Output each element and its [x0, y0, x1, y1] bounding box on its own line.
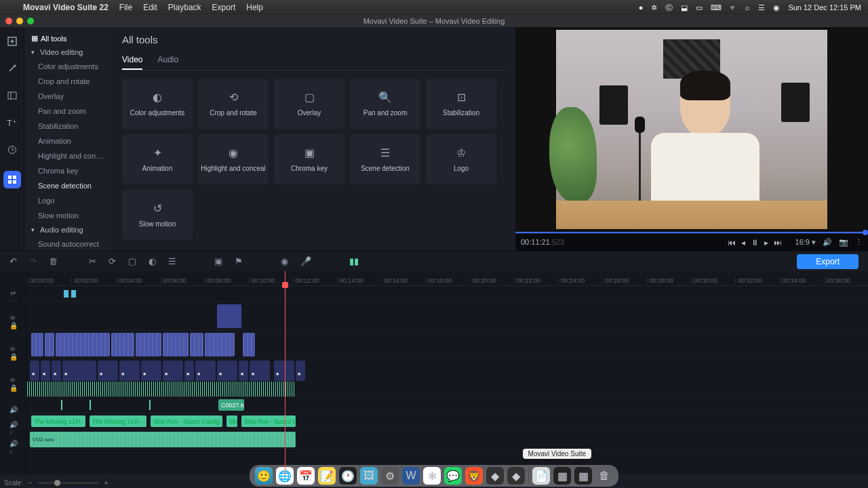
track-main-label[interactable]: 👁🔒 — [0, 370, 26, 399]
tool-tile[interactable]: ⊡Stabilization — [426, 79, 496, 129]
redo-button[interactable]: ↷ — [29, 256, 37, 266]
dock-trash[interactable]: 🗑 — [595, 467, 613, 485]
delete-button[interactable]: 🗑 — [49, 256, 58, 266]
sidebar-all-tools[interactable]: ▦ All tools — [24, 31, 113, 45]
clip-main[interactable] — [141, 361, 161, 381]
tool-tile[interactable]: ⟲Crop and rotate — [198, 79, 269, 129]
scale-plus-icon[interactable]: + — [104, 479, 108, 487]
menu-help[interactable]: Help — [246, 3, 263, 12]
minimize-icon[interactable] — [16, 18, 23, 24]
clip-main[interactable] — [239, 361, 248, 381]
clip-overlay[interactable] — [217, 304, 241, 328]
scale-minus-icon[interactable]: − — [28, 479, 33, 487]
pause-button[interactable]: ⏸ — [751, 238, 759, 247]
dock-app[interactable]: ▦ — [574, 467, 592, 485]
sidebar-item[interactable]: Crop and rotate — [24, 74, 113, 89]
track-markers[interactable] — [27, 286, 868, 302]
wand-icon[interactable] — [6, 62, 18, 75]
prev-button[interactable]: ⏮ — [728, 238, 736, 247]
dock-brave[interactable]: 🦁 — [465, 467, 483, 485]
tab-video[interactable]: Video — [122, 51, 142, 70]
menu-export[interactable]: Export — [212, 3, 236, 12]
dock-settings[interactable]: ⚙ — [381, 467, 399, 485]
clip-broll[interactable] — [163, 333, 189, 357]
sidebar-item[interactable]: Stabilization — [24, 119, 113, 134]
sidebar-item[interactable]: Animation — [24, 134, 113, 148]
menu-edit[interactable]: Edit — [143, 3, 157, 12]
sidebar-item[interactable]: Chroma key — [24, 163, 113, 178]
tool-tile[interactable]: ☰Scene detection — [350, 134, 420, 184]
clip-main[interactable] — [250, 361, 270, 381]
timeline-ruler[interactable]: 00:00:0000:02:0000:04:0000:06:0000:08:00… — [27, 271, 868, 286]
tool-tile[interactable]: ◉Highlight and conceal — [198, 134, 269, 184]
status-icon[interactable]: ✲ — [651, 3, 657, 12]
sidebar-item[interactable]: Sound autocorrect — [24, 237, 113, 251]
text-icon[interactable]: T⁺ — [6, 117, 18, 129]
clip-music[interactable]: The Missing 11th - … — [90, 415, 146, 427]
clip-main[interactable] — [30, 361, 39, 381]
more-icon[interactable]: ⋮ — [855, 238, 863, 247]
clip-main[interactable] — [119, 361, 140, 381]
tool-tile[interactable]: ▢Overlay — [274, 79, 344, 129]
status-display-icon[interactable]: ▭ — [696, 3, 703, 12]
clip-music[interactable]: The Missing 11th - … — [31, 415, 85, 427]
next-button[interactable]: ⏭ — [774, 238, 782, 247]
clip-main[interactable] — [195, 361, 216, 381]
dock-app[interactable]: ◆ — [507, 467, 525, 485]
clip-vo[interactable]: VO2.wav — [30, 432, 296, 447]
clip-main[interactable] — [98, 361, 118, 381]
track-options[interactable]: ⇄⋯ — [0, 289, 26, 305]
dock-movavi[interactable]: ▦ — [553, 467, 571, 485]
maximize-icon[interactable] — [27, 18, 34, 24]
clip-broll[interactable] — [45, 333, 54, 357]
undo-button[interactable]: ↶ — [9, 256, 17, 266]
status-search-icon[interactable]: ⌕ — [745, 3, 750, 12]
clip-music[interactable]: Skip Rox - Spazz Cardig… — [151, 415, 222, 427]
clip-broll[interactable] — [205, 333, 235, 357]
clock-icon[interactable] — [6, 144, 18, 156]
dock-finder[interactable]: 🙂 — [255, 467, 273, 485]
dock-calendar[interactable]: 📅 — [297, 467, 315, 485]
dock-notes[interactable]: 📝 — [318, 467, 336, 485]
tool-tile[interactable]: ▣Chroma key — [274, 134, 344, 184]
clip-broll[interactable] — [190, 333, 203, 357]
track-vo-label[interactable]: 🔊♪ — [0, 439, 26, 455]
all-tools-icon[interactable] — [3, 171, 21, 188]
clip-broll[interactable] — [243, 333, 255, 357]
status-wifi-icon[interactable]: ᯤ — [730, 3, 737, 12]
record-button[interactable]: ◉ — [281, 256, 288, 266]
sidebar-item[interactable]: Logo — [24, 193, 113, 208]
menu-playback[interactable]: Playback — [168, 3, 201, 12]
track-vo[interactable]: VO2.wav — [27, 430, 868, 450]
sidebar-audio-section[interactable]: Audio editing — [24, 223, 113, 237]
clip-broll[interactable] — [111, 333, 134, 357]
status-cc-icon[interactable]: ☰ — [758, 3, 765, 12]
rotate-button[interactable]: ⟳ — [108, 256, 116, 266]
status-icon[interactable]: ⓒ — [665, 3, 673, 13]
sidebar-video-section[interactable]: Video editing — [24, 45, 113, 59]
color-button[interactable]: ◐ — [149, 256, 156, 266]
clip-main[interactable] — [52, 361, 61, 381]
flag-button[interactable]: ⚑ — [235, 256, 243, 266]
mic-button[interactable]: 🎤 — [300, 256, 311, 266]
dock-whatsapp[interactable]: 💬 — [444, 467, 462, 485]
tab-audio[interactable]: Audio — [157, 51, 178, 70]
clip-sfx[interactable]: C0027.M — [218, 399, 244, 411]
aspect-ratio[interactable]: 16:9 ▾ — [795, 238, 816, 247]
preview-scrubber[interactable] — [515, 232, 868, 233]
clip-main[interactable] — [217, 361, 237, 381]
dock-slack[interactable]: ✱ — [423, 467, 441, 485]
clip-main[interactable] — [62, 361, 96, 381]
status-record-icon[interactable]: ● — [639, 3, 644, 12]
eq-button[interactable]: ▮▮ — [349, 256, 359, 266]
status-siri-icon[interactable]: ◉ — [773, 3, 780, 12]
clip-broll[interactable] — [136, 333, 161, 357]
status-battery-icon[interactable]: ⌨ — [711, 3, 722, 12]
tool-tile[interactable]: ✦Animation — [122, 134, 193, 184]
clip-broll[interactable] — [56, 333, 110, 357]
clip-music[interactable]: Skip Rox - Spazz C — [241, 415, 296, 427]
more-button[interactable]: ☰ — [168, 256, 176, 266]
track-audio1-label[interactable]: 🔊♪ — [0, 420, 26, 436]
track-video2-label[interactable]: 👁🔒 — [0, 308, 26, 336]
track-sfx[interactable]: C0027.M — [27, 397, 868, 413]
